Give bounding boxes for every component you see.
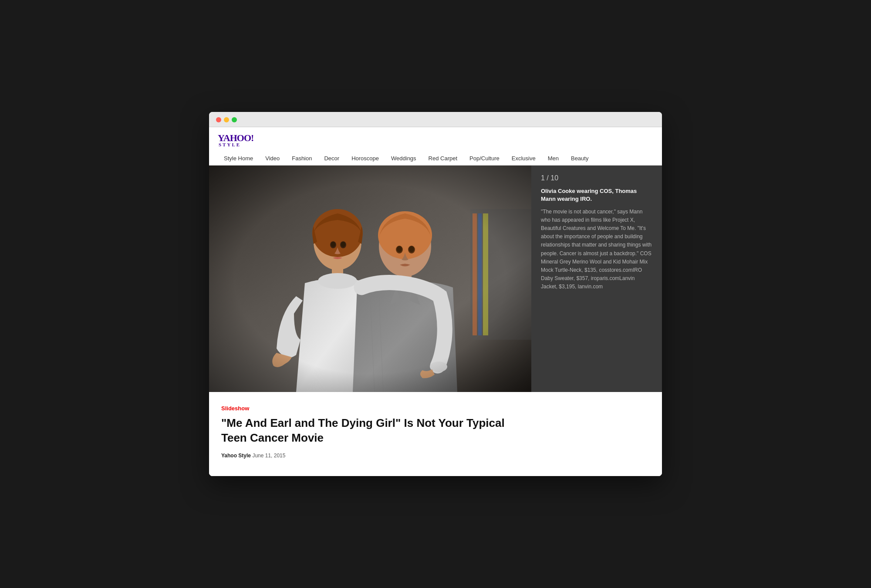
nav-item-style-home[interactable]: Style Home xyxy=(218,152,259,165)
minimize-button[interactable] xyxy=(224,117,229,122)
photo-svg xyxy=(209,166,531,392)
article-tag[interactable]: Slideshow xyxy=(221,405,650,412)
browser-chrome xyxy=(209,112,662,127)
article-date: June 11, 2015 xyxy=(252,453,285,459)
site-header: YAHOO! Style Style Home Video Fashion De… xyxy=(209,127,662,166)
nav-item-beauty[interactable]: Beauty xyxy=(565,152,594,165)
nav-item-red-carpet[interactable]: Red Carpet xyxy=(422,152,463,165)
browser-window: YAHOO! Style Style Home Video Fashion De… xyxy=(209,112,662,476)
main-nav: Style Home Video Fashion Decor Horoscope… xyxy=(218,152,653,165)
nav-item-decor[interactable]: Decor xyxy=(318,152,345,165)
close-button[interactable] xyxy=(216,117,221,122)
nav-item-pop-culture[interactable]: Pop/Culture xyxy=(463,152,506,165)
article-source: Yahoo Style xyxy=(221,453,251,459)
logo-area: YAHOO! Style xyxy=(218,132,653,147)
article-section: Slideshow "Me And Earl and The Dying Gir… xyxy=(209,392,662,476)
slideshow-image[interactable] xyxy=(209,166,531,392)
article-meta: Yahoo Style June 11, 2015 xyxy=(221,453,650,459)
logo-subtitle: Style xyxy=(218,142,653,147)
svg-rect-22 xyxy=(209,166,531,392)
maximize-button[interactable] xyxy=(232,117,237,122)
yahoo-logo[interactable]: YAHOO! Style xyxy=(218,132,653,147)
article-title: "Me And Earl and The Dying Girl" Is Not … xyxy=(221,416,517,446)
nav-item-exclusive[interactable]: Exclusive xyxy=(506,152,542,165)
nav-item-horoscope[interactable]: Horoscope xyxy=(345,152,385,165)
nav-item-men[interactable]: Men xyxy=(542,152,565,165)
traffic-lights xyxy=(216,117,655,127)
slide-caption-body: "The movie is not about cancer," says Ma… xyxy=(541,208,652,291)
browser-content: YAHOO! Style Style Home Video Fashion De… xyxy=(209,127,662,476)
slide-counter: 1 / 10 xyxy=(541,174,652,182)
slideshow-area: 1 / 10 Olivia Cooke wearing COS, Thomas … xyxy=(209,166,662,392)
slide-caption-title: Olivia Cooke wearing COS, Thomas Mann we… xyxy=(541,187,652,203)
nav-item-weddings[interactable]: Weddings xyxy=(385,152,422,165)
nav-item-fashion[interactable]: Fashion xyxy=(286,152,318,165)
slideshow-sidebar: 1 / 10 Olivia Cooke wearing COS, Thomas … xyxy=(531,166,662,392)
nav-item-video[interactable]: Video xyxy=(259,152,286,165)
